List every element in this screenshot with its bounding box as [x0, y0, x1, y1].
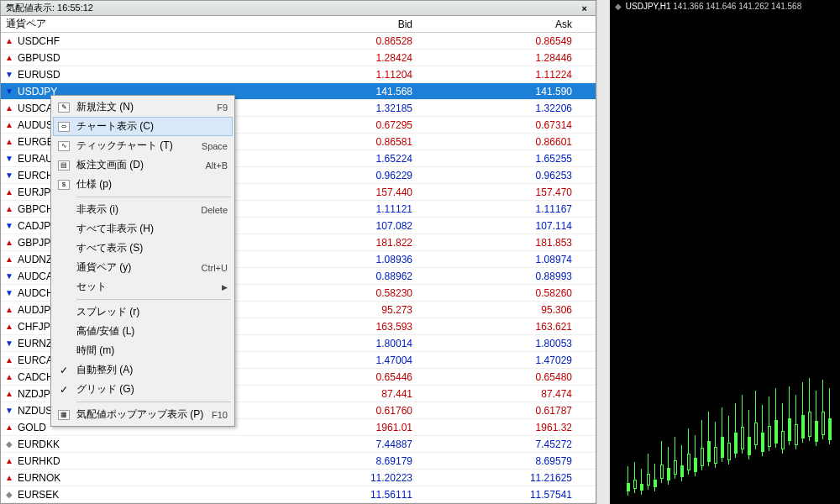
arrow-up-icon: ▲ [4, 120, 14, 130]
table-row[interactable]: ▲USDCHF0.865280.86549 [1, 33, 596, 50]
arrow-down-icon: ▼ [4, 87, 14, 97]
menu-item[interactable]: ∿ティックチャート (T)Space [53, 136, 233, 155]
bid-price: 141.568 [261, 86, 421, 97]
check-icon: ✓ [55, 365, 73, 376]
ask-price: 0.67314 [421, 119, 580, 131]
market-watch-titlebar: 気配値表示: 16:55:12 × [1, 1, 596, 16]
ask-price: 95.306 [421, 304, 580, 316]
column-ask[interactable]: Ask [421, 18, 580, 30]
arrow-down-icon: ▼ [4, 339, 14, 349]
menu-separator [76, 299, 231, 300]
bid-price: 7.44887 [261, 438, 421, 450]
arrow-up-icon: ▲ [4, 255, 14, 265]
ask-price: 7.45272 [421, 438, 580, 450]
chart-ohlc: 141.366 141.646 141.262 141.568 [673, 2, 801, 11]
menu-item[interactable]: 通貨ペア (y)Ctrl+U [53, 258, 233, 277]
symbol-name: EURDKK [18, 438, 60, 450]
bid-price: 11.56111 [261, 489, 421, 501]
menu-item[interactable]: スプレッド (r) [53, 302, 233, 322]
table-row[interactable]: ◆EURDKK7.448877.45272 [1, 436, 596, 453]
diamond-icon: ◆ [4, 439, 14, 449]
menu-shortcut: Space [197, 141, 228, 151]
arrow-down-icon: ▼ [4, 271, 14, 281]
menu-item[interactable]: 非表示 (i)Delete [53, 200, 233, 219]
table-row[interactable]: ◆EURSEK11.5611111.57541 [1, 486, 596, 503]
ask-price: 1.80053 [421, 338, 580, 349]
ask-price: 181.853 [421, 237, 580, 249]
chart-icon: ⬄ [55, 119, 73, 134]
menu-item[interactable]: ▦気配値ポップアップ表示 (P)F10 [53, 405, 233, 424]
menu-item-label: スプレッド (r) [73, 305, 228, 319]
blank-icon [55, 222, 73, 237]
symbol-name: GOLD [18, 422, 46, 433]
market-watch-header: 通貨ペア Bid Ask [1, 16, 596, 33]
chart-panel[interactable]: ◆ USDJPY,H1 141.366 141.646 141.262 141.… [610, 0, 840, 504]
chart-candles [618, 378, 832, 496]
menu-item[interactable]: 時間 (m) [53, 341, 233, 360]
ask-price: 0.61787 [421, 405, 580, 417]
column-bid[interactable]: Bid [261, 18, 421, 30]
ask-price: 141.590 [421, 86, 580, 97]
arrow-up-icon: ▲ [4, 53, 14, 63]
table-row[interactable]: ▲GBPUSD1.284241.28446 [1, 50, 596, 66]
ask-price: 163.621 [421, 321, 580, 333]
arrow-up-icon: ▲ [4, 355, 14, 365]
arrow-down-icon: ▼ [4, 221, 14, 231]
ask-price: 87.474 [421, 388, 580, 400]
menu-item[interactable]: 高値/安値 (L) [53, 322, 233, 341]
blank-icon [55, 202, 73, 218]
order-icon: ✎ [55, 100, 73, 115]
bid-price: 0.88962 [261, 270, 421, 282]
ask-price: 1.28446 [421, 52, 580, 64]
menu-item-label: 自動整列 (A) [73, 363, 228, 377]
ask-price: 0.65480 [421, 371, 580, 383]
menu-separator [76, 402, 231, 402]
menu-item[interactable]: ✓自動整列 (A) [53, 360, 233, 380]
ask-price: 0.86549 [421, 35, 580, 47]
menu-item[interactable]: すべて表示 (S) [53, 239, 233, 258]
ask-price: 1961.32 [421, 422, 580, 433]
menu-separator [76, 197, 231, 197]
menu-item-label: 板注文画面 (D) [73, 158, 200, 172]
close-icon[interactable]: × [579, 3, 591, 13]
ask-price: 0.88993 [421, 270, 580, 282]
table-row[interactable]: ▼EURUSD1.112041.11224 [1, 66, 596, 83]
menu-item[interactable]: $仕様 (p) [53, 175, 233, 194]
depth-icon: ▤ [55, 158, 73, 173]
blank-icon [55, 344, 73, 359]
ask-price: 1.11224 [421, 69, 580, 81]
bid-price: 8.69179 [261, 455, 421, 467]
diamond-icon: ◆ [4, 490, 14, 500]
vertical-scrollbar[interactable] [596, 0, 610, 504]
arrow-up-icon: ▲ [4, 36, 14, 46]
menu-item-label: 仕様 (p) [73, 177, 228, 192]
menu-item[interactable]: ▤板注文画面 (D)Alt+B [53, 155, 233, 175]
menu-item[interactable]: ✎新規注文 (N)F9 [53, 97, 233, 117]
ask-price: 8.69579 [421, 455, 580, 467]
menu-item-label: グリッド (G) [73, 382, 228, 396]
ask-price: 0.96253 [421, 170, 580, 181]
arrow-up-icon: ▲ [4, 137, 14, 147]
menu-item[interactable]: ⬄チャート表示 (C) [53, 117, 233, 136]
bid-price: 1.65224 [261, 153, 421, 165]
table-row[interactable]: ▲EURHKD8.691798.69579 [1, 453, 596, 470]
menu-item[interactable]: セット▶ [53, 277, 233, 297]
column-symbol[interactable]: 通貨ペア [1, 17, 261, 31]
menu-item-label: すべて非表示 (H) [73, 222, 228, 236]
table-row[interactable]: ▲EURNOK11.2022311.21625 [1, 470, 596, 486]
menu-item[interactable]: すべて非表示 (H) [53, 219, 233, 239]
bid-price: 181.822 [261, 237, 421, 249]
menu-shortcut: F9 [212, 102, 228, 113]
arrow-down-icon: ▼ [4, 171, 14, 181]
market-watch-title: 気配値表示: 16:55:12 [6, 2, 93, 14]
arrow-up-icon: ▲ [4, 305, 14, 315]
bid-price: 0.67295 [261, 119, 421, 131]
bid-price: 163.593 [261, 321, 421, 333]
arrow-down-icon: ▼ [4, 288, 14, 298]
menu-item[interactable]: ✓グリッド (G) [53, 380, 233, 399]
symbol-name: USDCHF [18, 35, 60, 47]
bid-price: 1.32185 [261, 102, 421, 114]
bid-price: 0.96229 [261, 170, 421, 181]
menu-item-label: 通貨ペア (y) [73, 260, 197, 275]
arrow-down-icon: ▼ [4, 406, 14, 416]
